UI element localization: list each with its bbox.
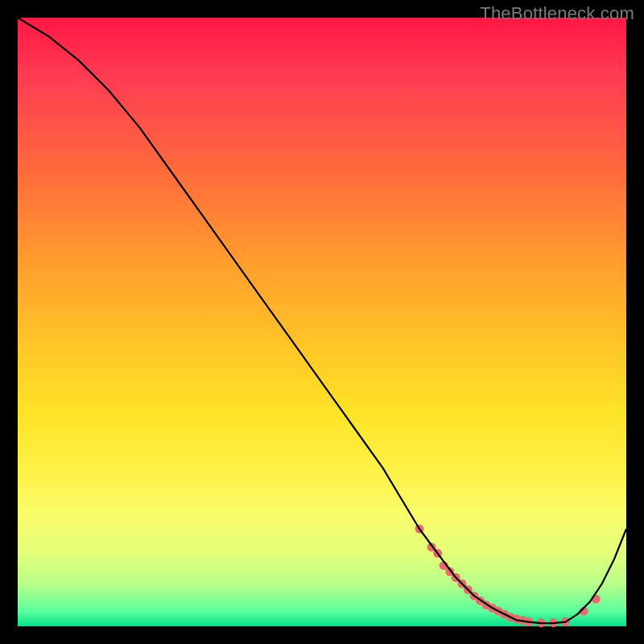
bottleneck-curve — [18, 18, 626, 623]
curve-markers — [415, 525, 601, 628]
watermark-label: TheBottleneck.com — [480, 3, 634, 24]
chart-frame: TheBottleneck.com — [0, 0, 644, 644]
chart-svg — [18, 18, 626, 626]
